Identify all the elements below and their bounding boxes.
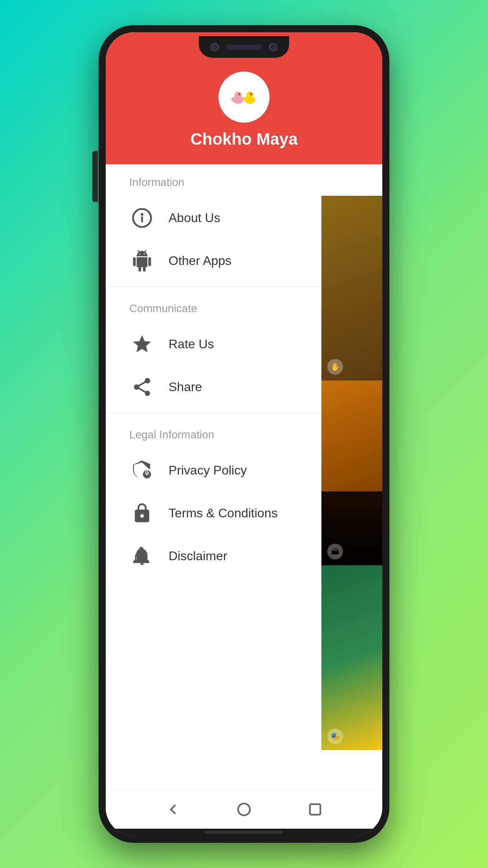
svg-point-3 <box>238 94 240 95</box>
menu-item-disclaimer[interactable]: Disclaimer <box>106 535 321 577</box>
image-icon-1: ✋ <box>327 359 343 375</box>
menu-item-terms-conditions[interactable]: Terms & Conditions <box>106 492 321 535</box>
section-legal-header: Legal Information <box>106 417 321 449</box>
front-camera-2 <box>269 43 277 51</box>
menu-item-other-apps[interactable]: Other Apps <box>106 239 321 282</box>
navigation-bar <box>106 789 382 829</box>
terms-conditions-label: Terms & Conditions <box>169 506 277 520</box>
divider-2 <box>106 412 321 413</box>
svg-rect-15 <box>310 804 321 815</box>
section-communicate-header: Communicate <box>106 291 321 323</box>
recents-button[interactable] <box>305 798 326 820</box>
gallery-image-2: 🏔 <box>321 381 382 565</box>
svg-point-14 <box>238 804 250 815</box>
privacy-policy-label: Privacy Policy <box>169 463 247 478</box>
menu-item-privacy-policy[interactable]: Privacy Policy <box>106 449 321 492</box>
image-icon-2: 🏔 <box>327 544 343 559</box>
back-button[interactable] <box>162 798 183 820</box>
disclaimer-label: Disclaimer <box>169 549 227 563</box>
app-title: Chokho Maya <box>190 130 297 149</box>
other-apps-label: Other Apps <box>169 254 231 268</box>
status-bar <box>106 32 382 64</box>
about-us-label: About Us <box>169 211 220 225</box>
android-icon <box>129 248 155 274</box>
logo-image <box>226 79 262 115</box>
home-bar-line <box>205 831 283 834</box>
home-indicator-bar <box>106 829 382 836</box>
home-button[interactable] <box>233 798 255 820</box>
phone-screen: Chokho Maya ✋ 🏔 🎭 Inf <box>106 32 382 836</box>
info-icon <box>129 205 155 231</box>
menu-item-about-us[interactable]: About Us <box>106 197 321 239</box>
phone-frame: Chokho Maya ✋ 🏔 🎭 Inf <box>99 25 389 843</box>
side-gallery: ✋ 🏔 🎭 <box>321 196 382 750</box>
speaker <box>226 44 262 50</box>
phone-lock-icon <box>129 500 155 526</box>
menu-item-share[interactable]: Share <box>106 366 321 408</box>
menu-item-rate-us[interactable]: Rate Us <box>106 323 321 366</box>
gallery-image-1: ✋ <box>321 196 382 381</box>
section-information-header: Information <box>106 164 321 197</box>
share-icon <box>129 374 155 400</box>
gallery-image-3: 🎭 <box>321 565 382 750</box>
star-icon <box>129 331 155 357</box>
shield-search-icon <box>129 458 155 483</box>
menu-list: Information About Us Other Apps Communic… <box>106 164 321 577</box>
svg-point-8 <box>250 94 252 95</box>
power-button <box>92 151 98 202</box>
divider-1 <box>106 286 321 287</box>
bell-icon <box>129 543 155 569</box>
front-camera <box>211 43 219 51</box>
content-area: ✋ 🏔 🎭 Information <box>106 164 382 789</box>
rate-us-label: Rate Us <box>169 337 214 351</box>
share-label: Share <box>169 380 202 394</box>
app-logo <box>218 72 270 123</box>
notch <box>199 36 289 58</box>
image-icon-3: 🎭 <box>327 728 343 744</box>
app-header: Chokho Maya <box>106 64 382 164</box>
